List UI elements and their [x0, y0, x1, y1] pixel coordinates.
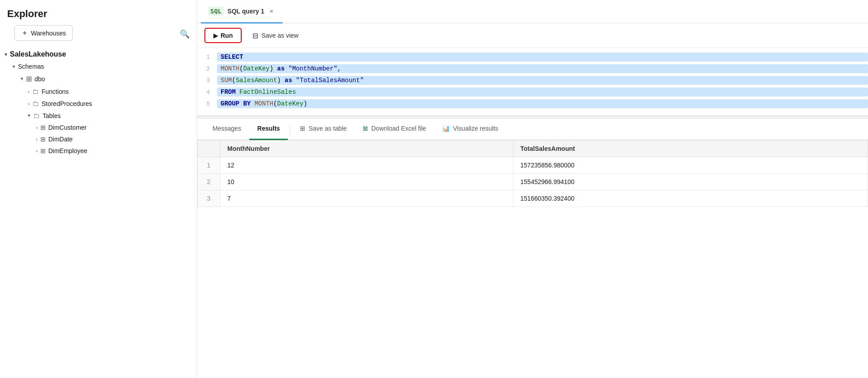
plain-token: (: [232, 77, 235, 84]
tab-save-as-table[interactable]: ⊞ Save as table: [292, 119, 355, 140]
save-as-view-button[interactable]: ⊟ Save as view: [245, 28, 305, 43]
tree-label: DimEmployee: [48, 147, 87, 154]
tree-item-dbo[interactable]: ▾ ⊞ dbo: [0, 72, 197, 85]
play-icon: ▶: [213, 32, 218, 39]
run-label: Run: [221, 32, 233, 39]
plain-token: (: [273, 100, 277, 107]
string-token: "TotalSalesAmount": [296, 77, 364, 84]
table-row: 2 10 155452966.994100: [198, 174, 868, 190]
plain-token: [251, 100, 254, 107]
plus-icon: ＋: [21, 28, 28, 38]
tab-messages[interactable]: Messages: [204, 119, 249, 140]
excel-icon: ⊠: [363, 125, 368, 132]
keyword-token: as: [285, 77, 292, 84]
cell-amount: 157235856.980000: [513, 157, 868, 174]
tab-results[interactable]: Results: [249, 119, 288, 140]
explorer-title: Explorer: [0, 0, 197, 23]
chevron-icon: ▾: [13, 64, 15, 70]
run-button[interactable]: ▶ Run: [204, 28, 242, 43]
tree-item-dimemployee[interactable]: › ⊞ DimEmployee: [0, 145, 197, 157]
tree-item-schemas[interactable]: ▾ Schemas: [0, 61, 197, 72]
tab-sql-query-1[interactable]: SQL SQL query 1 ×: [201, 0, 282, 23]
keyword-token: as: [277, 65, 285, 72]
table-icon: ⊞: [40, 147, 46, 154]
function-token: MONTH: [255, 100, 273, 107]
keyword-token: FROM: [221, 88, 236, 96]
code-line-5: 5 GROUP BY MONTH(DateKey): [197, 99, 868, 111]
search-button[interactable]: 🔍: [180, 29, 190, 39]
messages-label: Messages: [213, 125, 241, 132]
code-line-2: 2 MONTH(DateKey) as "MonthNumber",: [197, 64, 868, 76]
toolbar: ▶ Run ⊟ Save as view: [197, 23, 868, 48]
chevron-icon: ›: [36, 148, 38, 154]
folder-icon: 🗀: [33, 112, 40, 119]
plain-token: ): [269, 65, 277, 72]
table-icon: ⊞: [40, 136, 46, 143]
line-number: 2: [197, 66, 217, 72]
line-number: 5: [197, 101, 217, 107]
tree-label: Schemas: [18, 63, 44, 70]
plain-token: ,: [337, 65, 341, 72]
tree-item-storedprocedures[interactable]: › 🗀 StoredProcedures: [0, 97, 197, 110]
sidebar: Explorer ＋ Warehouses 🔍 ▾ SalesLakehouse…: [0, 0, 197, 378]
code-line-1: 1 SELECT: [197, 53, 868, 64]
cell-month: 12: [220, 157, 513, 174]
tree-label: SalesLakehouse: [10, 50, 66, 58]
results-tab-bar: Messages Results ⊞ Save as table ⊠ Downl…: [197, 119, 868, 140]
string-token: "MonthNumber": [288, 65, 337, 72]
table-header-row: MonthNumber TotalSalesAmount: [198, 141, 868, 157]
save-view-icon: ⊟: [252, 31, 258, 40]
table-icon: ⊞: [40, 124, 46, 131]
tree-label: DimCustomer: [48, 124, 87, 131]
folder-icon: 🗀: [32, 88, 39, 95]
cell-amount: 151660350.392400: [513, 190, 868, 207]
line-code: GROUP BY MONTH(DateKey): [217, 99, 868, 108]
results-table: MonthNumber TotalSalesAmount 1 12 157235…: [197, 140, 868, 207]
col-header-totalsalesamount: TotalSalesAmount: [513, 141, 868, 157]
chevron-icon: ▾: [4, 52, 7, 57]
tree-label: DimDate: [48, 136, 73, 143]
cell-rownum: 2: [198, 174, 220, 190]
warehouses-label: Warehouses: [31, 30, 66, 37]
chart-icon: 📊: [442, 125, 450, 132]
col-header-monthnumber: MonthNumber: [220, 141, 513, 157]
code-line-3: 3 SUM(SalesAmount) as "TotalSalesAmount": [197, 76, 868, 88]
results-table-container: MonthNumber TotalSalesAmount 1 12 157235…: [197, 140, 868, 378]
tree-item-saleslakehouse[interactable]: ▾ SalesLakehouse: [0, 48, 197, 61]
cell-month: 7: [220, 190, 513, 207]
tab-download-excel[interactable]: ⊠ Download Excel file: [355, 119, 434, 140]
chevron-icon: ▾: [21, 76, 23, 82]
tree-item-tables[interactable]: ▾ 🗀 Tables: [0, 110, 197, 122]
chevron-icon: ›: [28, 89, 30, 94]
identifier-token: FactOnlineSales: [239, 88, 296, 96]
tree-item-dimdate[interactable]: › ⊞ DimDate: [0, 133, 197, 145]
save-view-label: Save as view: [261, 32, 298, 39]
table-row: 1 12 157235856.980000: [198, 157, 868, 174]
search-icon: 🔍: [180, 30, 190, 39]
code-editor[interactable]: 1 SELECT 2 MONTH(DateKey) as "MonthNumbe…: [197, 48, 868, 116]
tab-bar: SQL SQL query 1 ×: [197, 0, 868, 23]
identifier-token: DateKey: [243, 65, 269, 72]
keyword-token: GROUP BY: [221, 100, 251, 107]
folder-icon: 🗀: [32, 100, 39, 107]
tree-item-functions[interactable]: › 🗀 Functions: [0, 85, 197, 97]
plain-token: [236, 88, 239, 96]
tab-close-button[interactable]: ×: [268, 7, 275, 16]
sql-file-icon: SQL: [208, 7, 224, 16]
line-code: FROM FactOnlineSales: [217, 88, 868, 97]
download-excel-label: Download Excel file: [371, 125, 426, 132]
chevron-icon: ›: [28, 101, 30, 106]
tab-visualize-results[interactable]: 📊 Visualize results: [434, 119, 506, 140]
tree-label: dbo: [35, 75, 45, 83]
plain-token: [285, 65, 288, 72]
main-area: SQL SQL query 1 × ▶ Run ⊟ Save as view 1…: [197, 0, 868, 378]
cell-rownum: 1: [198, 157, 220, 174]
tab-label: SQL query 1: [227, 8, 264, 15]
plain-token: [292, 77, 296, 84]
chevron-icon: ›: [36, 125, 38, 130]
table-row: 3 7 151660350.392400: [198, 190, 868, 207]
warehouses-button[interactable]: ＋ Warehouses: [14, 25, 73, 41]
results-label: Results: [257, 125, 280, 132]
tree-item-dimcustomer[interactable]: › ⊞ DimCustomer: [0, 122, 197, 133]
plain-token: ): [277, 77, 285, 84]
